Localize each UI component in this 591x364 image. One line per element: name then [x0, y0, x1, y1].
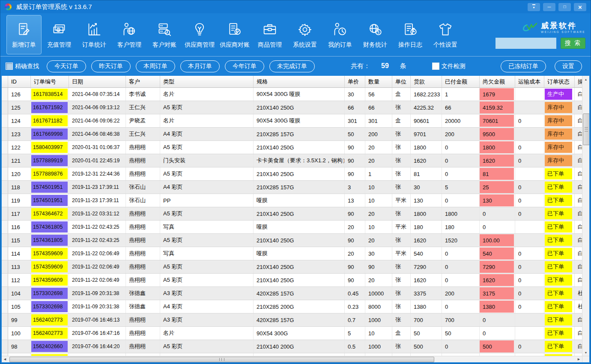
order-row-122[interactable]: 12215804039972020-01-31 01:06:37燕栩栩A5 彩页… — [2, 141, 589, 154]
toolbar-item-operation-log[interactable]: 操作日志 — [393, 15, 428, 54]
file-check-checkbox[interactable] — [432, 63, 439, 70]
column-header-日期[interactable]: 日期 — [69, 76, 126, 88]
search-input[interactable] — [495, 38, 556, 49]
column-header-运输成本[interactable]: 运输成本 — [515, 76, 544, 88]
toolbar-item-new-order[interactable]: 新增订单 — [6, 15, 42, 54]
vertical-scrollbar-thumb[interactable] — [583, 113, 589, 145]
cell-owed: 7290 — [480, 260, 515, 274]
order-row-105[interactable]: 10515733026982019-11-09 20:31:38张德鑫A4 彩页… — [2, 300, 589, 313]
cell-unit: 张 — [392, 181, 411, 194]
cell-amount: 4225.32 — [411, 101, 442, 114]
toolbar-item-supplier-manage[interactable]: 供应商管理 — [182, 15, 217, 54]
order-row-121[interactable]: 12115778899192020-01-01 22:45:19燕栩栩门头安装卡… — [2, 154, 589, 167]
order-no-tag: 1574359609 — [31, 274, 68, 286]
order-row-99[interactable]: 9915624027732019-07-06 16:46:13燕栩栩A3 彩页4… — [2, 313, 589, 327]
cell-order_no: 1574364672 — [31, 207, 69, 221]
scroll-left-icon[interactable]: ◀ — [2, 356, 8, 362]
order-row-100[interactable]: 10015624027732019-07-06 16:47:16燕栩栩名片90X… — [2, 327, 589, 340]
filter-button-2[interactable]: 本周订单 — [136, 60, 175, 72]
cell-customer: 燕栩栩 — [126, 313, 160, 327]
filter-button-1[interactable]: 昨天订单 — [91, 60, 131, 72]
close-button[interactable]: × — [574, 3, 586, 11]
file-check-group: 文件检测 — [432, 63, 466, 70]
toolbar-item-my-orders[interactable]: 我的订单 — [322, 15, 358, 54]
cell-spec: 哑膜 — [254, 194, 345, 207]
scroll-up-icon[interactable]: ▲ — [582, 76, 589, 83]
horizontal-scrollbar-thumb[interactable] — [9, 357, 434, 362]
column-header-已付金额[interactable]: 已付金额 — [442, 76, 480, 88]
toolbar-item-personalize[interactable]: 个性设置 — [428, 15, 463, 54]
toolbar-item-supplier-reconcile[interactable]: 供应商对账 — [217, 15, 252, 54]
column-header-单价[interactable]: 单价 — [345, 76, 365, 88]
column-header-ID[interactable]: ID — [8, 76, 31, 88]
status-badge: 库存中 — [545, 155, 572, 166]
cell-type: A4 彩页 — [160, 300, 254, 313]
scroll-down-icon[interactable]: ▼ — [582, 349, 589, 356]
column-header-尚欠金额[interactable]: 尚欠金额 — [480, 76, 515, 88]
column-header-订单编号[interactable]: 订单编号 — [31, 76, 69, 88]
vertical-scrollbar[interactable]: ▲ ▼ — [582, 76, 589, 356]
filter-button-4[interactable]: 今年订单 — [225, 60, 264, 72]
column-header-类型[interactable]: 类型 — [160, 76, 254, 88]
frozen-orders-button[interactable]: 已冻结订单 — [501, 60, 546, 72]
filter-button-0[interactable]: 今天订单 — [47, 60, 86, 72]
toolbar-item-finance-stats[interactable]: $财务统计 — [358, 15, 393, 54]
order-row-124[interactable]: 12416176711822021-04-06 09:06:22尹晓孟名片90X… — [2, 114, 589, 128]
cell-qty: 1000 — [365, 340, 392, 353]
settings-button[interactable]: 设置 — [555, 60, 582, 72]
order-row-125[interactable]: 12516176715922021-04-06 09:13:12王仁兴A5 彩页… — [2, 101, 589, 114]
toolbar-item-order-stats[interactable]: 订单统计 — [77, 15, 112, 54]
order-row-126[interactable]: 12616178385142021-04-08 07:35:14李书诚名片90X… — [2, 88, 589, 101]
toolbar-item-system-settings[interactable]: 系统设置 — [287, 15, 322, 54]
column-header-单位[interactable]: 单位 — [392, 76, 411, 88]
order-row-118[interactable]: 11815745019512019-11-23 17:39:11张石山A4 彩页… — [2, 181, 589, 194]
horizontal-scrollbar[interactable]: ◀ ▶ — [2, 356, 589, 362]
status-badge: 已下单 — [545, 208, 572, 219]
order-row-116[interactable]: 11615743618052019-11-22 02:43:25燕栩栩写真哑膜2… — [2, 221, 589, 234]
search-button[interactable]: 搜 索 — [561, 38, 585, 49]
order-row-120[interactable]: 12015778898762019-12-31 22:44:36燕栩栩A5 彩页… — [2, 167, 589, 181]
order-row-113[interactable]: 11315743596092019-11-22 02:06:49燕栩栩A5 彩页… — [2, 260, 589, 274]
column-header-数量[interactable]: 数量 — [365, 76, 392, 88]
cell-spec: 210X285 200G — [254, 300, 345, 313]
order-row-115[interactable]: 11515743618052019-11-22 02:43:25燕栩栩A5 彩页… — [2, 234, 589, 247]
window-title: 威景订单管理系统 v 13.6.7 — [16, 3, 92, 11]
cell-ship: 0 — [515, 287, 544, 300]
collapse-button[interactable]: ▼ — [528, 3, 540, 11]
column-header-客户[interactable]: 客户 — [126, 76, 160, 88]
filter-button-5[interactable]: 未完成订单 — [269, 60, 315, 72]
cell-order_no: 1574359609 — [31, 260, 69, 274]
exact-search-checkbox[interactable] — [6, 63, 13, 70]
toolbar-item-product-manage[interactable]: 商品管理 — [252, 15, 287, 54]
scroll-right-icon[interactable]: ▶ — [576, 356, 582, 362]
toolbar-item-recharge[interactable]: $充值管理 — [42, 15, 77, 54]
minimize-button[interactable]: ─ — [543, 3, 555, 11]
cell-status: 已下单 — [544, 207, 575, 221]
order-row-123[interactable]: 12316176699982021-04-06 08:46:38王仁兴A4 彩页… — [2, 128, 589, 141]
cell-customer: 张石山 — [126, 194, 160, 207]
cell-amount: 130 — [411, 194, 442, 207]
column-header-规格[interactable]: 规格 — [254, 76, 345, 88]
order-row-114[interactable]: 11415743596092019-11-22 02:06:49燕栩栩写真哑膜2… — [2, 247, 589, 260]
order-row-98[interactable]: 9815624026602019-07-06 16:44:20燕栩栩A5 彩页2… — [2, 340, 589, 353]
filter-button-3[interactable]: 本月订单 — [180, 60, 220, 72]
order-row-119[interactable]: 11915745019512019-11-23 17:39:11张石山PP哑膜1… — [2, 194, 589, 207]
order-row-112[interactable]: 11215743596092019-11-22 02:06:49燕栩栩A5 彩页… — [2, 274, 589, 287]
cell-id: 99 — [8, 313, 31, 327]
row-strip — [2, 287, 8, 300]
maximize-button[interactable]: □ — [558, 3, 571, 11]
cell-spec: 420X285 157G — [254, 313, 345, 327]
order-row-104[interactable]: 10415733026982019-11-09 20:31:38张德鑫A3 彩页… — [2, 287, 589, 300]
order-row-117[interactable]: 11715743646722019-11-22 03:31:12燕栩栩A5 彩页… — [2, 207, 589, 221]
cell-date: 2019-11-22 02:06:49 — [69, 274, 126, 287]
owed-amount-highlight: 1800 — [480, 141, 514, 153]
cell-status: 已下单 — [544, 340, 575, 353]
system-settings-icon — [296, 21, 313, 38]
cell-qty: 10 — [365, 194, 392, 207]
toolbar-item-customer-manage[interactable]: 客户管理 — [112, 15, 147, 54]
column-header-货款[interactable]: 货款 — [411, 76, 442, 88]
cell-unit: 盒 — [392, 327, 411, 340]
column-header-订单状态[interactable]: 订单状态 — [544, 76, 575, 88]
toolbar-item-customer-reconcile[interactable]: 客户对账 — [147, 15, 182, 54]
cell-spec: 210X140 250G — [254, 234, 345, 247]
